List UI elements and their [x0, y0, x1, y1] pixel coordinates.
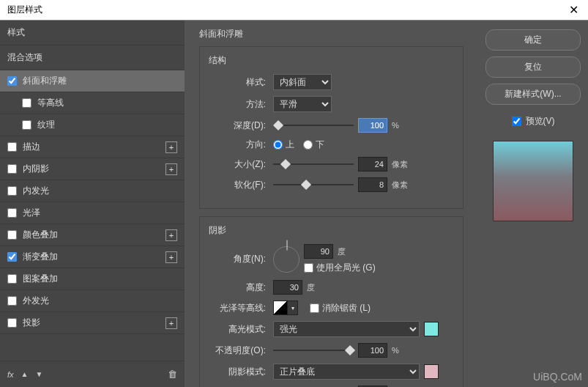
style-checkbox[interactable] — [7, 76, 17, 86]
chevron-down-icon: ▾ — [288, 301, 298, 315]
fx-icon[interactable]: fx — [7, 370, 14, 379]
structure-section: 结构 样式: 内斜面 方法: 平滑 深度(D): % 方向: 上 下 — [199, 46, 464, 209]
shadow-mode-label: 阴影模式: — [209, 366, 269, 378]
plus-icon[interactable]: + — [165, 163, 177, 175]
highlight-opacity-slider[interactable] — [273, 350, 354, 351]
depth-slider[interactable] — [273, 125, 354, 126]
style-label: 内阴影 — [23, 163, 165, 175]
altitude-unit: 度 — [307, 282, 327, 293]
style-row[interactable]: 描边+ — [0, 136, 185, 158]
styles-panel: 样式 混合选项 斜面和浮雕等高线纹理描边+内阴影+内发光光泽颜色叠加+渐变叠加+… — [0, 21, 185, 387]
style-row[interactable]: 内发光 — [0, 180, 185, 202]
depth-label: 深度(D): — [209, 119, 269, 132]
plus-icon[interactable]: + — [165, 251, 177, 263]
gloss-contour-label: 光泽等高线: — [209, 302, 269, 314]
style-label: 描边 — [23, 141, 165, 153]
style-checkbox[interactable] — [7, 208, 17, 218]
preview-thumbnail — [493, 141, 573, 221]
highlight-opacity-label: 不透明度(O): — [209, 344, 269, 357]
style-label: 渐变叠加 — [23, 251, 165, 263]
style-checkbox[interactable] — [7, 142, 17, 152]
highlight-color-swatch[interactable] — [424, 322, 439, 336]
altitude-label: 高度: — [209, 281, 269, 294]
style-label: 图案叠加 — [23, 273, 177, 285]
shading-section: 阴影 角度(N): 度 使用全局光 (G) 高度: 度 光泽等高线: — [199, 216, 464, 387]
direction-label: 方向: — [209, 139, 269, 151]
soften-label: 软化(F): — [209, 179, 269, 191]
style-checkbox[interactable] — [7, 296, 17, 306]
style-row[interactable]: 光泽 — [0, 202, 185, 224]
style-row[interactable]: 图案叠加 — [0, 268, 185, 290]
style-checkbox[interactable] — [22, 120, 31, 130]
up-arrow-icon[interactable]: ▲ — [21, 370, 29, 378]
style-checkbox[interactable] — [7, 230, 17, 240]
style-label: 内发光 — [23, 185, 177, 197]
angle-unit: 度 — [338, 246, 358, 257]
style-row[interactable]: 斜面和浮雕 — [0, 70, 185, 92]
soften-input[interactable] — [358, 177, 387, 192]
angle-label: 角度(N): — [209, 253, 269, 265]
style-row[interactable]: 内阴影+ — [0, 158, 185, 180]
style-row[interactable]: 等高线 — [0, 92, 185, 114]
style-checkbox[interactable] — [22, 98, 31, 108]
style-checkbox[interactable] — [7, 318, 17, 328]
highlight-mode-dropdown[interactable]: 强光 — [273, 321, 420, 337]
style-checkbox[interactable] — [7, 164, 17, 174]
style-row[interactable]: 颜色叠加+ — [0, 224, 185, 246]
style-label: 纹理 — [37, 119, 177, 131]
actions-panel: 确定 复位 新建样式(W)... 预览(V) — [478, 21, 588, 387]
ok-button[interactable]: 确定 — [485, 29, 581, 51]
style-label: 颜色叠加 — [23, 229, 165, 241]
blending-options[interactable]: 混合选项 — [0, 45, 185, 70]
plus-icon[interactable]: + — [165, 317, 177, 329]
antialias-checkbox[interactable]: 消除锯齿 (L) — [310, 302, 371, 314]
style-label: 样式: — [209, 76, 269, 89]
style-label: 投影 — [23, 317, 165, 329]
preview-checkbox[interactable]: 预览(V) — [485, 115, 581, 128]
style-checkbox[interactable] — [7, 274, 17, 284]
style-checkbox[interactable] — [7, 252, 17, 262]
shadow-mode-dropdown[interactable]: 正片叠底 — [273, 364, 420, 380]
watermark: UiBQ.CoM — [533, 371, 582, 383]
style-dropdown[interactable]: 内斜面 — [273, 74, 332, 90]
global-light-checkbox[interactable]: 使用全局光 (G) — [304, 262, 376, 274]
highlight-opacity-input[interactable] — [358, 343, 387, 358]
style-label: 光泽 — [23, 207, 177, 219]
style-label: 斜面和浮雕 — [23, 75, 177, 87]
style-label: 外发光 — [23, 295, 177, 307]
new-style-button[interactable]: 新建样式(W)... — [485, 84, 581, 105]
style-row[interactable]: 投影+ — [0, 312, 185, 334]
titlebar-title: 图层样式 — [7, 4, 42, 16]
shadow-color-swatch[interactable] — [424, 364, 439, 379]
gloss-contour-picker[interactable]: ▾ — [273, 301, 298, 315]
highlight-mode-label: 高光模式: — [209, 323, 269, 336]
angle-dial[interactable] — [273, 246, 299, 273]
altitude-input[interactable] — [273, 280, 302, 295]
highlight-opacity-unit: % — [392, 346, 412, 355]
style-row[interactable]: 纹理 — [0, 114, 185, 136]
style-label: 等高线 — [37, 97, 177, 109]
style-row[interactable]: 外发光 — [0, 290, 185, 312]
close-button[interactable]: ✕ — [559, 0, 588, 21]
angle-input[interactable] — [304, 244, 333, 259]
size-slider[interactable] — [273, 163, 354, 165]
style-row[interactable]: 渐变叠加+ — [0, 246, 185, 268]
size-unit: 像素 — [392, 159, 412, 170]
direction-down-radio[interactable]: 下 — [303, 139, 324, 151]
settings-panel: 斜面和浮雕 结构 样式: 内斜面 方法: 平滑 深度(D): % 方向: 上 — [185, 21, 478, 387]
size-input[interactable] — [358, 157, 387, 172]
style-checkbox[interactable] — [7, 186, 17, 196]
size-label: 大小(Z): — [209, 158, 269, 171]
trash-icon[interactable]: 🗑 — [168, 369, 177, 380]
styles-footer: fx ▲ ▼ 🗑 — [0, 361, 185, 387]
plus-icon[interactable]: + — [165, 229, 177, 241]
method-dropdown[interactable]: 平滑 — [273, 96, 332, 112]
depth-input[interactable] — [358, 118, 387, 133]
soften-unit: 像素 — [392, 180, 412, 191]
direction-up-radio[interactable]: 上 — [273, 139, 294, 151]
cancel-button[interactable]: 复位 — [485, 56, 581, 78]
close-icon: ✕ — [569, 3, 578, 17]
plus-icon[interactable]: + — [165, 141, 177, 153]
soften-slider[interactable] — [273, 184, 354, 185]
down-arrow-icon[interactable]: ▼ — [35, 370, 42, 378]
